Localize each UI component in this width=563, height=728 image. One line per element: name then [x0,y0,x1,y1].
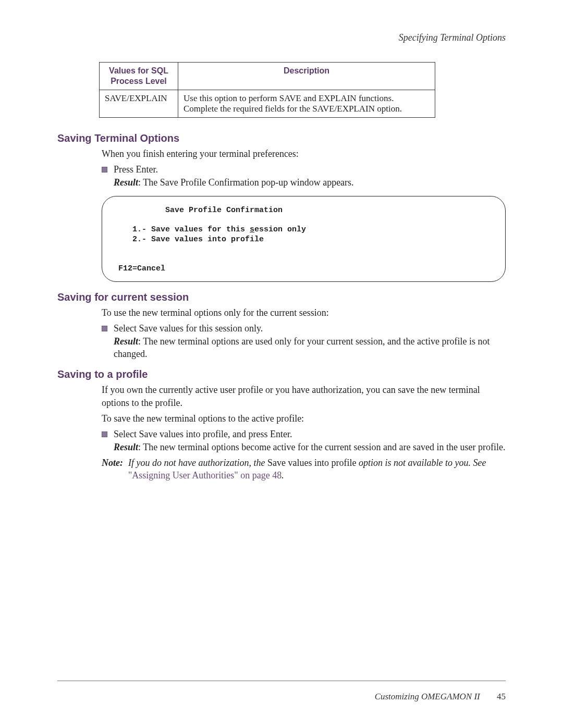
note-mid: option is not available to you. See [356,458,486,468]
table-header-description: Description [178,63,435,90]
list-item: Select Save values into profile, and pre… [102,428,506,453]
running-head: Specifying Terminal Options [57,32,506,43]
section1-result: Result: The Save Profile Confirmation po… [114,176,506,189]
list-item: Select Save values for this session only… [102,322,506,360]
note-upright: Save values into profile [267,458,356,468]
terminal-line1-under: s [250,225,254,234]
sql-process-level-table: Values for SQL Process Level Description… [99,62,435,118]
page: Specifying Terminal Options Values for S… [0,0,563,728]
terminal-title: Save Profile Confirmation [165,206,283,215]
page-number: 45 [497,692,506,701]
result-label: Result [114,442,138,452]
section2-intro: To use the new terminal options only for… [102,306,506,319]
square-bullet-icon [102,431,107,437]
note-label: Note: [102,456,123,482]
result-label: Result [114,336,138,347]
terminal-screenshot: Save Profile Confirmation 1.- Save value… [102,196,506,282]
square-bullet-icon [102,167,107,172]
terminal-footer: F12=Cancel [118,264,165,273]
note-pre: If you do not have authorization, the [128,458,267,468]
result-label: Result [114,177,138,188]
terminal-line1a: 1.- Save values for this [132,225,250,234]
footer-text: Customizing OMEGAMON II [375,692,480,701]
table-header-values: Values for SQL Process Level [100,63,178,90]
terminal-line1b: ession only [254,225,306,234]
terminal-line2: 2.- Save values into profile [132,235,264,244]
footer-rule [57,681,506,681]
note-body: If you do not have authorization, the Sa… [128,456,506,482]
xref-assigning-user-authorities[interactable]: "Assigning User Authorities" on page 48 [128,470,282,480]
section2-action: Select Save values for this session only… [114,322,506,335]
table-cell-value: SAVE/EXPLAIN [100,90,178,118]
table-cell-description: Use this option to perform SAVE and EXPL… [178,90,435,118]
heading-saving-current-session: Saving for current session [57,291,506,303]
section3-action: Select Save values into profile, and pre… [114,428,506,440]
section1-intro: When you finish entering your terminal p… [102,147,506,160]
result-text: : The new terminal options are used only… [114,336,490,359]
section2-result: Result: The new terminal options are use… [114,335,506,361]
result-text: : The new terminal options become active… [138,442,505,452]
heading-saving-to-profile: Saving to a profile [57,368,506,380]
section1-body: When you finish entering your terminal p… [102,147,506,189]
section2-body: To use the new terminal options only for… [102,306,506,360]
square-bullet-icon [102,326,107,331]
note-post: . [282,470,284,480]
section1-action: Press Enter. [114,163,506,176]
list-item: Press Enter. Result: The Save Profile Co… [102,163,506,189]
table-row: SAVE/EXPLAIN Use this option to perform … [100,90,435,118]
footer: Customizing OMEGAMON II 45 [57,692,506,702]
section3-body: If you own the currently active user pro… [102,384,506,482]
heading-saving-terminal-options: Saving Terminal Options [57,132,506,144]
terminal-box: Save Profile Confirmation 1.- Save value… [102,196,506,282]
section3-result: Result: The new terminal options become … [114,441,506,453]
section3-intro2: To save the new terminal options to the … [102,412,506,425]
note: Note: If you do not have authorization, … [102,456,506,482]
result-text: : The Save Profile Confirmation pop-up w… [138,177,354,188]
section3-intro1: If you own the currently active user pro… [102,384,506,409]
